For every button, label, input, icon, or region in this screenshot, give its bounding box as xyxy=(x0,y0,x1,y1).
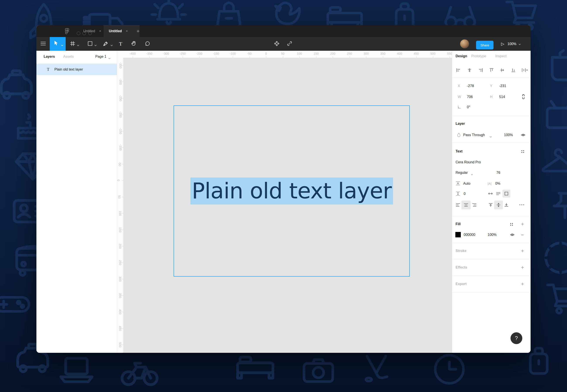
vertical-align-bottom-button[interactable] xyxy=(504,203,509,208)
window-close-button[interactable] xyxy=(77,32,80,35)
paragraph-spacing-icon xyxy=(456,191,460,197)
page-selector[interactable]: Page 1 xyxy=(95,55,106,59)
rotation-value[interactable]: 0° xyxy=(467,105,470,109)
figma-logo-icon xyxy=(65,28,69,35)
export-section-header: Export xyxy=(456,282,467,286)
remove-fill-button[interactable]: − xyxy=(521,232,524,238)
layer-row-selected[interactable]: T Plain old text layer xyxy=(36,64,117,75)
move-tool-button[interactable] xyxy=(50,37,66,51)
tab-design[interactable]: Design xyxy=(456,54,467,58)
y-value[interactable]: -231 xyxy=(499,84,506,88)
align-left-button[interactable] xyxy=(456,68,461,73)
font-family-select[interactable]: Cera Round Pro xyxy=(456,160,481,164)
text-layer-icon: T xyxy=(47,67,49,72)
pen-tool-button[interactable] xyxy=(101,37,110,51)
x-value[interactable]: -278 xyxy=(467,84,474,88)
text-selection-box[interactable]: Plain old text layer xyxy=(174,105,410,277)
new-tab-button[interactable]: + xyxy=(134,25,142,37)
rectangle-tool-icon xyxy=(88,41,93,47)
zoom-level-value: 100% xyxy=(507,42,516,46)
paragraph-spacing-input[interactable]: 0 xyxy=(464,192,466,196)
comment-icon xyxy=(145,41,150,47)
chevron-down-icon[interactable] xyxy=(108,56,111,60)
tab-label: Untitled xyxy=(109,29,122,33)
visibility-eye-icon[interactable] xyxy=(521,133,525,138)
tab-assets[interactable]: Assets xyxy=(63,55,74,59)
chevron-down-icon[interactable] xyxy=(77,43,79,47)
chevron-down-icon[interactable] xyxy=(111,43,113,47)
chevron-down-icon[interactable] xyxy=(471,172,473,176)
font-size-input[interactable]: 76 xyxy=(496,171,500,175)
align-top-button[interactable] xyxy=(489,68,494,73)
blend-mode-icon xyxy=(457,133,461,138)
constrain-proportions-icon[interactable] xyxy=(522,94,525,100)
align-bottom-button[interactable] xyxy=(511,68,516,73)
fixed-size-button-selected[interactable] xyxy=(502,190,510,197)
layer-opacity-value[interactable]: 100% xyxy=(504,133,513,137)
letter-spacing-input[interactable]: 0% xyxy=(495,182,500,185)
fill-section-header: Fill xyxy=(456,222,461,226)
figma-window: Untitled × Untitled × + xyxy=(36,25,531,353)
add-stroke-button[interactable]: + xyxy=(521,248,524,253)
link-tool-button[interactable] xyxy=(285,37,294,51)
fill-color-swatch[interactable] xyxy=(455,232,461,237)
h-value[interactable]: 514 xyxy=(499,95,505,99)
line-height-icon xyxy=(456,181,460,187)
letter-spacing-icon: |A| xyxy=(488,182,492,185)
h-ruler-label: -100 xyxy=(230,52,236,55)
auto-height-icon[interactable] xyxy=(496,192,501,196)
fill-hex-input[interactable]: 000000 xyxy=(464,233,475,237)
chevron-down-icon[interactable] xyxy=(94,43,97,47)
canvas-text-layer[interactable]: Plain old text layer xyxy=(190,178,393,205)
text-styles-icon[interactable] xyxy=(521,150,524,153)
v-ruler-label: -50 xyxy=(118,162,121,166)
tab-prototype[interactable]: Prototype xyxy=(471,54,486,58)
hand-tool-button[interactable] xyxy=(130,37,138,51)
tab-close-icon[interactable]: × xyxy=(126,29,128,33)
h-ruler-label: -400 xyxy=(130,52,136,55)
blend-mode-select[interactable]: Pass Through xyxy=(463,133,485,137)
avatar[interactable] xyxy=(460,39,469,48)
help-button[interactable]: ? xyxy=(510,332,522,344)
tv-icon xyxy=(539,91,567,140)
fill-visibility-eye-icon[interactable] xyxy=(510,233,515,238)
v-ruler-label: 250 xyxy=(119,260,122,265)
tab-close-icon[interactable]: × xyxy=(99,29,101,33)
share-button[interactable]: Share xyxy=(476,41,493,49)
type-details-button[interactable]: ··· xyxy=(519,202,525,207)
chevron-down-icon[interactable] xyxy=(61,43,63,47)
text-align-right-button[interactable] xyxy=(472,203,477,208)
align-right-button[interactable] xyxy=(478,68,483,73)
vertical-align-middle-button-selected[interactable] xyxy=(494,201,503,209)
tab-untitled-1[interactable]: Untitled × xyxy=(83,25,101,37)
tab-layers[interactable]: Layers xyxy=(44,55,55,59)
fill-opacity-input[interactable]: 100% xyxy=(488,233,497,237)
w-value[interactable]: 706 xyxy=(467,95,473,99)
fill-styles-icon[interactable] xyxy=(510,223,513,226)
zoom-level-control[interactable]: 100% xyxy=(507,37,521,51)
h-ruler-label: 250 xyxy=(347,52,352,55)
text-tool-button[interactable]: T xyxy=(117,37,124,51)
text-align-left-button[interactable] xyxy=(456,203,460,208)
frame-tool-button[interactable] xyxy=(69,37,76,51)
main-menu-button[interactable] xyxy=(38,37,48,51)
canvas[interactable]: Plain old text layer xyxy=(123,58,452,353)
align-vertical-center-button[interactable] xyxy=(500,68,505,73)
add-fill-button[interactable]: + xyxy=(521,222,524,227)
comment-tool-button[interactable] xyxy=(143,37,151,51)
vertical-align-top-button[interactable] xyxy=(488,203,493,208)
tab-inspect[interactable]: Inspect xyxy=(495,54,507,58)
distribute-button[interactable] xyxy=(522,68,528,73)
text-align-center-button-selected[interactable] xyxy=(462,201,471,209)
font-weight-select[interactable]: Regular xyxy=(456,171,468,175)
shape-tool-button[interactable] xyxy=(86,37,94,51)
add-export-button[interactable]: + xyxy=(521,281,524,287)
h-ruler-label: 450 xyxy=(414,52,419,55)
align-horizontal-center-button[interactable] xyxy=(467,68,472,73)
component-tool-button[interactable] xyxy=(273,37,281,51)
chevron-down-icon[interactable] xyxy=(490,135,492,139)
auto-width-icon[interactable] xyxy=(488,192,493,196)
line-height-input[interactable]: Auto xyxy=(463,182,470,185)
add-effect-button[interactable]: + xyxy=(521,265,524,270)
present-button[interactable]: ▷ xyxy=(499,37,507,51)
